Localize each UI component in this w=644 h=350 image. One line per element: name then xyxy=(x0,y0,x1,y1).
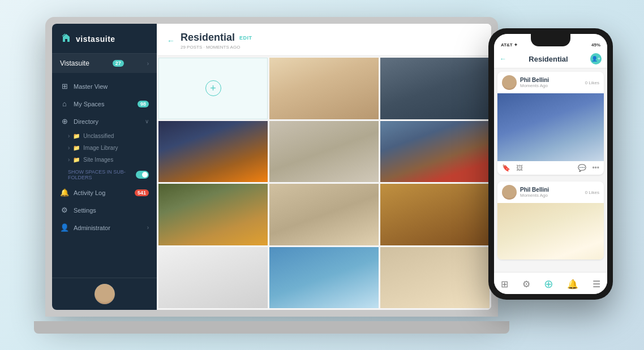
phone-nav-notifications[interactable]: 🔔 xyxy=(567,279,578,289)
phone-post-1: Phil Bellini Moments Ago 0 Likes 🔖 🖼 💬 •… xyxy=(497,72,604,175)
my-spaces-icon: ⌂ xyxy=(60,100,69,108)
grid-image-8[interactable] xyxy=(380,184,490,245)
my-spaces-label: My Spaces xyxy=(74,101,104,107)
main-content: ← Residential EDIT 29 POSTS · MOMENTS AG… xyxy=(157,24,491,310)
master-view-label: Master View xyxy=(74,83,108,90)
toggle-row: SHOW SPACES IN SUB-FOLDERS xyxy=(52,166,157,184)
sidebar-item-activity-log[interactable]: 🔔 Activity Log 541 xyxy=(52,184,157,201)
phone-nav-grid[interactable]: ⊞ xyxy=(501,279,508,289)
title-group: Residential EDIT 29 POSTS · MOMENTS AGO xyxy=(181,32,481,50)
phone-post-2: Phil Bellini Moments Ago 0 Likes xyxy=(497,182,604,260)
folder-icon: 📁 xyxy=(73,145,80,151)
add-user-icon: 👤+ xyxy=(591,56,600,62)
logo-icon xyxy=(61,33,71,45)
post-1-avatar xyxy=(502,75,517,90)
grid-image-11[interactable] xyxy=(380,247,490,309)
administrator-label: Administrator xyxy=(74,224,110,231)
logo-text: vistasuite xyxy=(76,34,115,44)
unclassified-label: Unclassified xyxy=(83,133,114,139)
sidebar-item-directory[interactable]: ⊕ Directory ∨ xyxy=(52,113,157,130)
laptop-base xyxy=(34,321,509,334)
grid-image-3[interactable] xyxy=(158,121,268,183)
action-icons-1: 🔖 🖼 xyxy=(502,164,523,172)
phone-header: ← Residential 👤+ xyxy=(494,50,607,68)
sidebar-footer xyxy=(52,278,157,310)
phone-bottom-nav: ⊞ ⚙ ⊕ 🔔 ☰ xyxy=(494,272,607,294)
more-icon[interactable]: ••• xyxy=(592,164,599,172)
sidebar-logo: vistasuite xyxy=(52,24,157,54)
spaces-toggle[interactable] xyxy=(136,171,149,179)
sidebar-nav: ⊞ Master View ⌂ My Spaces 98 xyxy=(52,73,157,278)
header-meta: 29 POSTS · MOMENTS AGO xyxy=(181,45,481,50)
post-2-image xyxy=(497,203,604,260)
folder-icon: 📁 xyxy=(73,157,80,163)
folder-icon: 📁 xyxy=(73,133,80,139)
phone-back-button[interactable]: ← xyxy=(500,55,506,63)
sidebar-item-master-view[interactable]: ⊞ Master View xyxy=(52,77,157,95)
comment-icon[interactable]: 💬 xyxy=(578,164,586,172)
directory-icon: ⊕ xyxy=(60,117,69,126)
phone-add-user-button[interactable]: 👤+ xyxy=(590,53,602,64)
carrier-text: AT&T ✦ xyxy=(501,42,518,47)
chevron-icon: › xyxy=(68,145,70,151)
post-2-avatar xyxy=(502,185,517,200)
user-avatar[interactable] xyxy=(95,284,115,304)
post-2-likes: 0 Likes xyxy=(585,190,599,195)
bookmark-icon[interactable]: 🔖 xyxy=(502,164,510,172)
directory-label: Directory xyxy=(74,118,98,125)
grid-image-2[interactable] xyxy=(380,58,490,119)
settings-icon: ⚙ xyxy=(60,206,69,214)
master-view-icon: ⊞ xyxy=(60,82,69,90)
phone-title: Residential xyxy=(529,55,568,63)
site-images-label: Site Images xyxy=(83,157,113,163)
sidebar-item-image-library[interactable]: › 📁 Image Library xyxy=(52,142,157,154)
add-image-cell[interactable]: + xyxy=(158,58,268,119)
sidebar-item-settings[interactable]: ⚙ Settings xyxy=(52,201,157,219)
sidebar-item-my-spaces[interactable]: ⌂ My Spaces 98 xyxy=(52,95,157,113)
laptop-screen: vistasuite Vistasuite 27 › ⊞ Master View xyxy=(52,24,491,310)
activity-log-icon: 🔔 xyxy=(60,188,69,197)
edit-link[interactable]: EDIT xyxy=(239,35,252,41)
phone-notch xyxy=(531,34,570,46)
settings-label: Settings xyxy=(74,207,96,214)
post-2-user: Phil Bellini Moments Ago xyxy=(502,185,549,200)
grid-image-7[interactable] xyxy=(269,184,379,245)
my-spaces-badge: 98 xyxy=(138,101,149,107)
sidebar-item-unclassified[interactable]: › 📁 Unclassified xyxy=(52,130,157,142)
grid-image-4[interactable] xyxy=(269,121,379,183)
grid-image-5[interactable] xyxy=(380,121,490,183)
activity-log-label: Activity Log xyxy=(74,189,105,196)
chevron-icon: › xyxy=(68,157,70,163)
admin-chevron: › xyxy=(147,224,149,231)
phone-screen: AT&T ✦ 45% ← Residential 👤+ Phil Bellini… xyxy=(494,34,607,294)
workspace-badge: 27 xyxy=(113,60,124,67)
post-1-user: Phil Bellini Moments Ago xyxy=(502,75,549,90)
grid-image-6[interactable] xyxy=(158,184,268,245)
grid-image-9[interactable] xyxy=(158,247,268,309)
grid-image-1[interactable] xyxy=(269,58,379,119)
right-action-icons-1: 💬 ••• xyxy=(578,164,599,172)
directory-chevron: ∨ xyxy=(145,118,149,124)
post-2-time: Moments Ago xyxy=(520,193,549,198)
post-2-name: Phil Bellini xyxy=(520,187,549,193)
phone-nav-settings[interactable]: ⚙ xyxy=(522,279,530,289)
add-icon: + xyxy=(205,80,221,96)
workspace-row[interactable]: Vistasuite 27 › xyxy=(52,54,157,73)
post-1-likes: 0 Likes xyxy=(585,80,599,85)
phone-nav-add[interactable]: ⊕ xyxy=(544,277,553,291)
image-grid: + xyxy=(157,56,491,310)
sidebar-item-administrator[interactable]: 👤 Administrator › xyxy=(52,219,157,236)
workspace-name: Vistasuite xyxy=(60,59,89,67)
sidebar-item-site-images[interactable]: › 📁 Site Images xyxy=(52,154,157,166)
back-button[interactable]: ← xyxy=(167,36,175,45)
avatar-image xyxy=(95,284,115,304)
post-1-image xyxy=(497,93,604,161)
post-1-header: Phil Bellini Moments Ago 0 Likes xyxy=(497,72,604,93)
admin-icon: 👤 xyxy=(60,223,69,232)
grid-image-10[interactable] xyxy=(269,247,379,309)
battery-text: 45% xyxy=(591,42,600,47)
workspace-chevron: › xyxy=(147,61,149,67)
phone-nav-menu[interactable]: ☰ xyxy=(593,279,600,289)
image-icon[interactable]: 🖼 xyxy=(516,164,523,172)
main-header: ← Residential EDIT 29 POSTS · MOMENTS AG… xyxy=(157,24,491,56)
